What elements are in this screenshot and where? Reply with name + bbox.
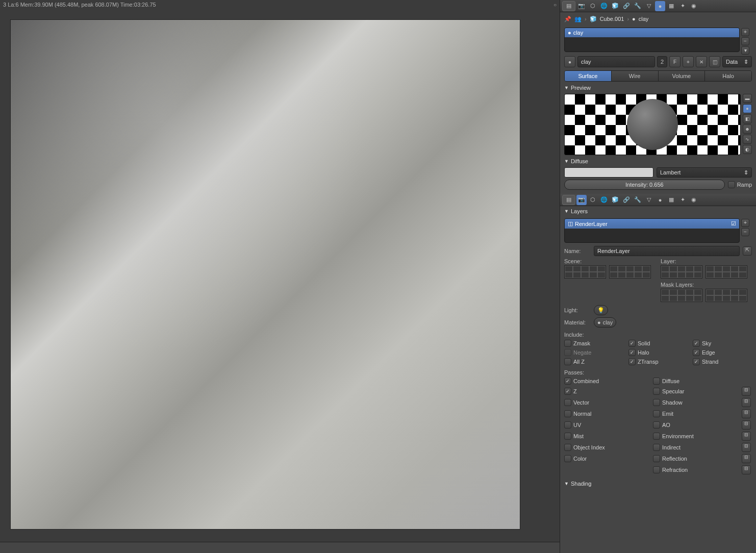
objectindex-checkbox[interactable]: Object Index: [564, 444, 648, 451]
preview-skysphere-icon[interactable]: ◐: [743, 145, 752, 154]
ramp-checkbox[interactable]: Ramp: [728, 181, 752, 188]
halo-checkbox[interactable]: Halo: [628, 349, 688, 356]
checkbox-on-icon[interactable]: ☑: [731, 220, 736, 227]
render-area[interactable]: [0, 9, 560, 542]
exclude-shadow-button[interactable]: ⊟: [742, 398, 751, 407]
image-editor-header[interactable]: [0, 542, 560, 553]
tab-volume[interactable]: Volume: [659, 71, 705, 81]
vector-checkbox[interactable]: Vector: [564, 399, 648, 406]
allz-checkbox[interactable]: All Z: [564, 358, 623, 365]
refraction-checkbox[interactable]: Refraction: [653, 466, 737, 473]
particles-tab-icon[interactable]: ✦: [677, 195, 688, 205]
material-override-field[interactable]: ●clay: [594, 317, 616, 328]
pin-icon[interactable]: 📌: [564, 16, 571, 22]
preview-flat-icon[interactable]: ▬: [743, 94, 752, 103]
material-tab-icon[interactable]: ●: [655, 195, 665, 205]
constraints-tab-icon[interactable]: 🔗: [621, 195, 632, 205]
material-slot-list[interactable]: ● clay + − ▾: [564, 28, 740, 52]
material-tab-icon[interactable]: ●: [655, 1, 665, 11]
scene-tab-icon[interactable]: ⬡: [588, 195, 598, 205]
shading-panel-header[interactable]: Shading: [560, 479, 756, 489]
layers-panel-header[interactable]: Layers: [560, 206, 756, 216]
edge-checkbox[interactable]: Edge: [693, 349, 752, 356]
remove-slot-button[interactable]: −: [741, 37, 749, 45]
exclude-ao-button[interactable]: ⊟: [742, 420, 751, 430]
world-tab-icon[interactable]: 🌐: [599, 1, 609, 11]
layer-grid[interactable]: [661, 265, 752, 279]
sky-checkbox[interactable]: Sky: [693, 340, 752, 347]
add-slot-button[interactable]: +: [741, 28, 749, 36]
object-icon[interactable]: 👥: [574, 16, 582, 22]
exclude-environment-button[interactable]: ⊟: [742, 432, 751, 441]
normal-checkbox[interactable]: Normal: [564, 410, 648, 417]
scene-layer-grid[interactable]: [564, 265, 656, 279]
unlink-material-button[interactable]: ✕: [696, 56, 707, 67]
render-tab-icon[interactable]: 📷: [576, 1, 587, 11]
editor-type-icon[interactable]: ▤: [562, 195, 575, 205]
emit-checkbox[interactable]: Emit: [653, 410, 737, 417]
render-layer-list[interactable]: ◫ RenderLayer ☑ + −: [564, 218, 740, 243]
tab-wire[interactable]: Wire: [612, 71, 659, 81]
diffuse-color-swatch[interactable]: [564, 167, 653, 178]
preview-panel-header[interactable]: Preview: [560, 83, 756, 93]
uv-checkbox[interactable]: UV: [564, 421, 648, 429]
breadcrumb-material[interactable]: clay: [639, 16, 649, 22]
diffuse-panel-header[interactable]: Diffuse: [560, 156, 756, 166]
texture-tab-icon[interactable]: ▦: [666, 1, 676, 11]
objectdata-tab-icon[interactable]: ▽: [644, 195, 654, 205]
diffuse-checkbox[interactable]: Diffuse: [653, 378, 737, 385]
add-layer-button[interactable]: +: [741, 219, 749, 227]
material-link-dropdown[interactable]: Data⇕: [722, 56, 752, 67]
material-name-field[interactable]: [577, 56, 655, 67]
modifiers-tab-icon[interactable]: 🔧: [633, 1, 643, 11]
texture-tab-icon[interactable]: ▦: [666, 195, 676, 205]
preview-cube-icon[interactable]: ◧: [743, 114, 752, 123]
preview-hair-icon[interactable]: ∿: [743, 135, 752, 144]
tab-surface[interactable]: Surface: [565, 71, 612, 81]
solid-checkbox[interactable]: Solid: [628, 340, 688, 347]
particles-tab-icon[interactable]: ✦: [677, 1, 688, 11]
mask-layer-grid[interactable]: [661, 289, 752, 302]
z-checkbox[interactable]: Z: [564, 388, 648, 395]
modifiers-tab-icon[interactable]: 🔧: [633, 195, 643, 205]
environment-checkbox[interactable]: Environment: [653, 433, 737, 440]
combined-checkbox[interactable]: Combined: [564, 378, 648, 385]
exclude-specular-button[interactable]: ⊟: [742, 387, 751, 396]
object-tab-icon[interactable]: 🧊: [610, 195, 620, 205]
color-checkbox[interactable]: Color: [564, 455, 648, 462]
shadow-checkbox[interactable]: Shadow: [653, 399, 737, 406]
ao-checkbox[interactable]: AO: [653, 421, 737, 429]
specular-checkbox[interactable]: Specular: [653, 388, 737, 395]
indirect-checkbox[interactable]: Indirect: [653, 444, 737, 451]
scene-tab-icon[interactable]: ⬡: [588, 1, 598, 11]
reflection-checkbox[interactable]: Reflection: [653, 455, 737, 462]
single-user-button[interactable]: ⇱: [743, 246, 752, 256]
layer-name-field[interactable]: [594, 246, 740, 256]
ztransp-checkbox[interactable]: ZTransp: [628, 358, 688, 365]
close-icon[interactable]: ○: [553, 2, 557, 8]
remove-layer-button[interactable]: −: [741, 228, 749, 236]
constraints-tab-icon[interactable]: 🔗: [621, 1, 632, 11]
preview-sphere-icon[interactable]: ●: [743, 104, 752, 113]
world-tab-icon[interactable]: 🌐: [599, 195, 609, 205]
editor-type-icon[interactable]: ▤: [562, 1, 575, 11]
exclude-refraction-button[interactable]: ⊟: [742, 465, 751, 474]
new-material-button[interactable]: +: [683, 56, 694, 67]
tab-halo[interactable]: Halo: [705, 71, 751, 81]
fake-user-button[interactable]: F: [669, 56, 681, 67]
mist-checkbox[interactable]: Mist: [564, 433, 648, 440]
physics-tab-icon[interactable]: ◉: [689, 195, 699, 205]
render-layer-selected[interactable]: ◫ RenderLayer ☑: [565, 219, 739, 229]
diffuse-model-dropdown[interactable]: Lambert⇕: [657, 167, 752, 178]
physics-tab-icon[interactable]: ◉: [689, 1, 699, 11]
material-users[interactable]: 2: [657, 56, 667, 67]
light-override-field[interactable]: 💡: [594, 305, 608, 315]
slot-menu-button[interactable]: ▾: [741, 46, 749, 55]
preview-monkey-icon[interactable]: ☻: [743, 124, 752, 134]
objectdata-tab-icon[interactable]: ▽: [644, 1, 654, 11]
breadcrumb-object[interactable]: Cube.001: [600, 16, 624, 22]
zmask-checkbox[interactable]: Zmask: [564, 340, 623, 347]
material-browse-button[interactable]: ●: [564, 56, 575, 67]
nodes-button[interactable]: ◫: [709, 56, 720, 67]
exclude-emit-button[interactable]: ⊟: [742, 409, 751, 418]
